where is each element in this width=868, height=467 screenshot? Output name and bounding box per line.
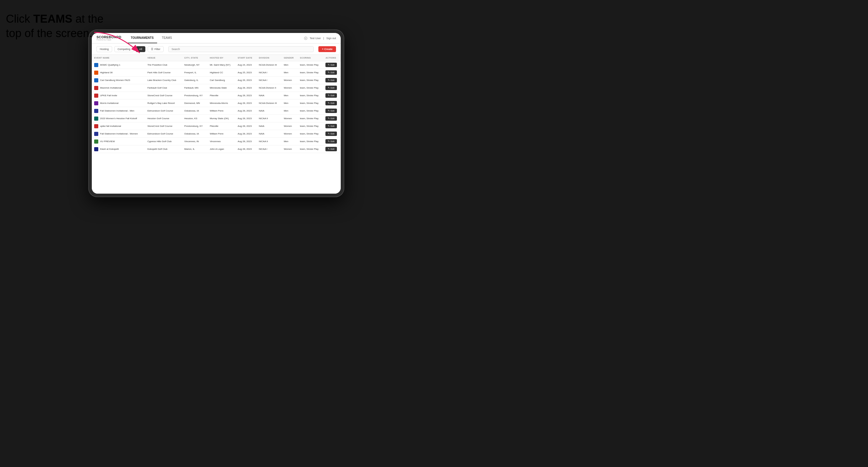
- cell-city: Oskaloosa, IA: [182, 107, 208, 115]
- sign-out-link[interactable]: Sign out: [326, 37, 336, 40]
- edit-button[interactable]: ✎ Edit: [326, 139, 337, 144]
- tab-tournaments[interactable]: TOURNAMENTS: [127, 33, 157, 43]
- search-input[interactable]: [168, 46, 314, 52]
- col-actions: ACTIONS: [323, 55, 341, 61]
- nav-right: Test User | Sign out: [304, 36, 336, 40]
- cell-gender: Women: [281, 130, 298, 138]
- cell-scoring: team, Stroke Play: [298, 76, 323, 84]
- event-name-text: 2023 Women's Hesston Fall Kickoff: [100, 117, 137, 120]
- cell-scoring: team, Stroke Play: [298, 145, 323, 153]
- cell-city: Vincennes, IN: [182, 138, 208, 145]
- cell-actions: ✎ Edit: [323, 84, 341, 92]
- col-venue: VENUE: [145, 55, 182, 61]
- cell-hosted: Carl Sandburg: [208, 76, 236, 84]
- tablet-frame: SCOREBOARD Powered by Clippit TOURNAMENT…: [88, 29, 344, 197]
- cell-actions: ✎ Edit: [323, 130, 341, 138]
- cell-division: NCAA Division III: [256, 99, 282, 107]
- table-row: Fall Statesmen Invitational - Men Edmund…: [92, 107, 341, 115]
- cell-date: Aug 28, 2023: [236, 92, 256, 99]
- create-button[interactable]: + Create: [318, 46, 336, 52]
- edit-button[interactable]: ✎ Edit: [326, 116, 337, 121]
- cell-gender: Women: [281, 145, 298, 153]
- col-event-name: EVENT NAME: [92, 55, 145, 61]
- team-icon: [94, 94, 98, 98]
- team-icon: [94, 117, 98, 121]
- edit-button[interactable]: ✎ Edit: [326, 124, 337, 128]
- event-name-text: Klash at Kokopelli: [100, 148, 119, 150]
- cell-city: Hesston, KS: [182, 115, 208, 122]
- edit-button[interactable]: ✎ Edit: [326, 147, 337, 151]
- team-icon: [94, 124, 98, 128]
- table-container: EVENT NAME VENUE CITY, STATE HOSTED BY S…: [92, 55, 341, 194]
- edit-button[interactable]: ✎ Edit: [326, 93, 337, 98]
- cell-event-name: Highland 36: [92, 69, 145, 76]
- cell-venue: Lake Bracken Country Club: [145, 76, 182, 84]
- cell-venue: StoneCrest Golf Course: [145, 122, 182, 130]
- hosting-button[interactable]: Hosting: [96, 46, 112, 52]
- event-name-text: VU PREVIEW: [100, 140, 115, 143]
- table-body: MSMC Qualifying 1 The Powelton Club Newb…: [92, 61, 341, 153]
- tournaments-table: EVENT NAME VENUE CITY, STATE HOSTED BY S…: [92, 55, 341, 153]
- cell-division: NCAA Division III: [256, 61, 282, 69]
- edit-button[interactable]: ✎ Edit: [326, 131, 337, 136]
- edit-button[interactable]: ✎ Edit: [326, 101, 337, 105]
- cell-city: Newburgh, NY: [182, 61, 208, 69]
- cell-city: Oskaloosa, IA: [182, 130, 208, 138]
- cell-city: Marion, IL: [182, 145, 208, 153]
- edit-button[interactable]: ✎ Edit: [326, 70, 337, 75]
- cell-scoring: team, Stroke Play: [298, 130, 323, 138]
- top-nav: SCOREBOARD Powered by Clippit TOURNAMENT…: [92, 33, 341, 43]
- all-button[interactable]: All: [136, 46, 145, 52]
- edit-button[interactable]: ✎ Edit: [326, 63, 337, 67]
- cell-division: NCAA Division II: [256, 84, 282, 92]
- tab-teams[interactable]: TEAMS: [158, 33, 175, 43]
- edit-button[interactable]: ✎ Edit: [326, 108, 337, 113]
- cell-actions: ✎ Edit: [323, 99, 341, 107]
- event-name-text: Fall Statesmen Invitational - Men: [100, 110, 134, 112]
- team-icon: [94, 101, 98, 105]
- cell-date: Aug 28, 2023: [236, 138, 256, 145]
- col-scoring: SCORING: [298, 55, 323, 61]
- cell-venue: Hesston Golf Course: [145, 115, 182, 122]
- cell-event-name: VU PREVIEW: [92, 138, 145, 145]
- cell-venue: Edmundson Golf Course: [145, 130, 182, 138]
- competing-button[interactable]: Competing: [115, 46, 134, 52]
- filter-button[interactable]: ☰ Filter: [148, 46, 164, 52]
- cell-date: Aug 25, 2023: [236, 69, 256, 76]
- cell-gender: Women: [281, 84, 298, 92]
- cell-date: Aug 28, 2023: [236, 130, 256, 138]
- cell-event-name: Klash at Kokopelli: [92, 145, 145, 153]
- team-icon: [94, 132, 98, 136]
- cell-hosted: Minnesota State: [208, 84, 236, 92]
- event-name-text: Maverick Invitational: [100, 87, 121, 89]
- table-row: Maverick Invitational Faribault Golf Clu…: [92, 84, 341, 92]
- cell-date: Aug 24, 2023: [236, 61, 256, 69]
- team-icon: [94, 86, 98, 90]
- table-row: MSMC Qualifying 1 The Powelton Club Newb…: [92, 61, 341, 69]
- cell-city: Prestonsburg, KY: [182, 122, 208, 130]
- cell-city: Freeport, IL: [182, 69, 208, 76]
- cell-gender: Men: [281, 99, 298, 107]
- table-row: Fall Statesmen Invitational - Women Edmu…: [92, 130, 341, 138]
- teams-emphasis: TEAMS: [33, 13, 72, 25]
- cell-event-name: Carl Sandburg Women FA23: [92, 76, 145, 84]
- cell-actions: ✎ Edit: [323, 61, 341, 69]
- event-name-text: Morris Invitational: [100, 102, 119, 104]
- cell-date: Aug 28, 2023: [236, 145, 256, 153]
- table-row: Morris Invitational Ruttger's Bay Lake R…: [92, 99, 341, 107]
- cell-hosted: Pikeville: [208, 92, 236, 99]
- cell-hosted: Murray State (OK): [208, 115, 236, 122]
- cell-gender: Women: [281, 115, 298, 122]
- cell-actions: ✎ Edit: [323, 138, 341, 145]
- cell-city: Prestonsburg, KY: [182, 92, 208, 99]
- cell-hosted: Vincennes: [208, 138, 236, 145]
- toolbar: Hosting Competing All ☰ Filter + Create: [92, 43, 341, 55]
- settings-icon[interactable]: [304, 36, 308, 40]
- edit-button[interactable]: ✎ Edit: [326, 78, 337, 83]
- cell-division: NAIA: [256, 92, 282, 99]
- cell-division: NAIA: [256, 122, 282, 130]
- col-start-date: START DATE: [236, 55, 256, 61]
- cell-scoring: team, Stroke Play: [298, 99, 323, 107]
- cell-gender: Men: [281, 138, 298, 145]
- edit-button[interactable]: ✎ Edit: [326, 86, 337, 90]
